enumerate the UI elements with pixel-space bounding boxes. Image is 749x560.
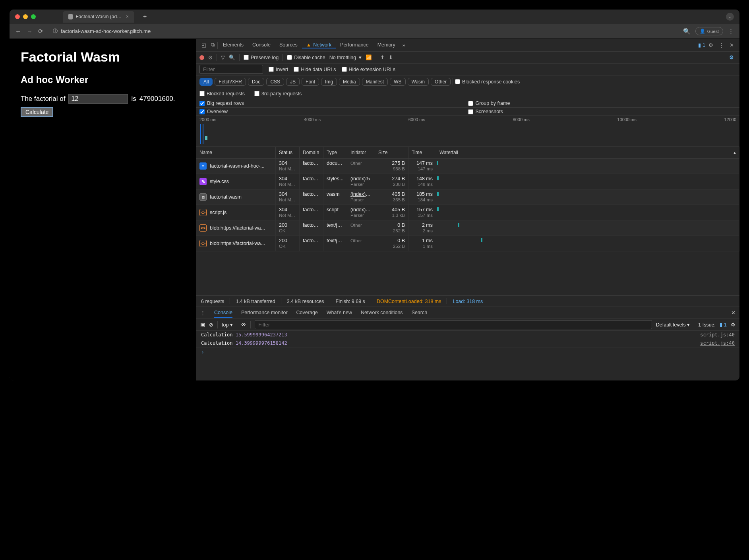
- profile-button[interactable]: 👤 Guest: [695, 27, 723, 35]
- context-dropdown[interactable]: top ▾: [222, 322, 233, 328]
- zoom-icon[interactable]: 🔍: [683, 28, 691, 35]
- record-button[interactable]: [199, 55, 204, 60]
- col-status[interactable]: Status: [276, 147, 300, 158]
- initiator-cell[interactable]: Other: [347, 236, 375, 251]
- network-row[interactable]: ✎style.css304Not M...factori...styles...…: [196, 174, 739, 189]
- back-icon[interactable]: ←: [15, 28, 21, 35]
- more-menu-icon[interactable]: ⋮: [716, 42, 726, 48]
- type-chip-ws[interactable]: WS: [390, 78, 405, 86]
- reload-icon[interactable]: ⟳: [38, 28, 43, 35]
- close-devtools-icon[interactable]: ✕: [727, 42, 736, 48]
- console-tab-search[interactable]: Search: [412, 310, 428, 316]
- settings-icon[interactable]: ⚙: [706, 42, 716, 48]
- devtools-tab-sources[interactable]: Sources: [275, 42, 302, 48]
- filter-toggle-icon[interactable]: ▽: [221, 54, 225, 60]
- close-drawer-icon[interactable]: ✕: [731, 310, 735, 316]
- more-tabs-icon[interactable]: »: [401, 42, 407, 48]
- maximize-window-button[interactable]: [31, 14, 36, 19]
- timeline-overview[interactable]: 2000 ms4000 ms6000 ms8000 ms10000 ms1200…: [196, 116, 739, 147]
- clear-icon[interactable]: ⊘: [208, 54, 213, 60]
- forward-icon[interactable]: →: [27, 28, 33, 35]
- calculate-button[interactable]: Calculate: [21, 107, 53, 117]
- console-issue-badge[interactable]: ▮ 1: [720, 322, 727, 328]
- network-conditions-icon[interactable]: 📶: [366, 54, 372, 60]
- col-time[interactable]: Time: [408, 147, 436, 158]
- type-chip-css[interactable]: CSS: [266, 78, 284, 86]
- network-row[interactable]: <>blob:https://factorial-wa...200OKfacto…: [196, 220, 739, 236]
- blocked-cookies-checkbox[interactable]: Blocked response cookies: [455, 79, 520, 85]
- log-source-link[interactable]: script.js:40: [700, 332, 735, 338]
- menu-icon[interactable]: ⋮: [728, 28, 734, 35]
- device-toolbar-icon[interactable]: ⧉: [209, 42, 217, 48]
- console-prompt[interactable]: ›: [196, 348, 739, 357]
- preserve-log-checkbox[interactable]: Preserve log: [244, 55, 279, 60]
- col-initiator[interactable]: Initiator: [347, 147, 375, 158]
- disable-cache-checkbox[interactable]: Disable cache: [287, 55, 325, 60]
- network-row[interactable]: <>script.js304Not M...factori...script(i…: [196, 205, 739, 220]
- initiator-cell[interactable]: (index):10Parser: [347, 189, 375, 205]
- initiator-cell[interactable]: (index):14Parser: [347, 205, 375, 220]
- col-size[interactable]: Size: [375, 147, 408, 158]
- live-expression-icon[interactable]: 👁: [241, 322, 246, 328]
- network-row[interactable]: <>blob:https://factorial-wa...200OKfacto…: [196, 236, 739, 251]
- console-filter-input[interactable]: [255, 320, 652, 329]
- network-row[interactable]: ⧈factorial.wasm304Not M...factori...wasm…: [196, 189, 739, 205]
- filter-check-hide-data-urls[interactable]: Hide data URLs: [294, 67, 336, 72]
- search-icon[interactable]: 🔍: [229, 54, 235, 60]
- big-rows-checkbox[interactable]: [199, 101, 205, 106]
- overview-checkbox[interactable]: [199, 109, 205, 114]
- console-settings-icon[interactable]: ⚙: [731, 322, 735, 328]
- type-chip-img[interactable]: Img: [321, 78, 337, 86]
- type-chip-wasm[interactable]: Wasm: [408, 78, 429, 86]
- factorial-input[interactable]: [68, 94, 128, 104]
- console-log-line[interactable]: Calculation 14.399999976158142script.js:…: [196, 339, 739, 348]
- type-chip-font[interactable]: Font: [302, 78, 319, 86]
- filter-check-invert[interactable]: Invert: [269, 67, 288, 72]
- type-chip-all[interactable]: All: [199, 78, 213, 86]
- filter-check-hide-extension-urls[interactable]: Hide extension URLs: [342, 67, 395, 72]
- col-domain[interactable]: Domain: [300, 147, 323, 158]
- type-chip-media[interactable]: Media: [339, 78, 360, 86]
- close-window-button[interactable]: [15, 14, 20, 19]
- log-source-link[interactable]: script.js:40: [700, 340, 735, 346]
- initiator-cell[interactable]: Other: [347, 220, 375, 236]
- console-log-line[interactable]: Calculation 15.599999964237213script.js:…: [196, 331, 739, 339]
- network-table-header[interactable]: NameStatusDomainTypeInitiatorSizeTimeWat…: [196, 147, 739, 158]
- console-tab-what's-new[interactable]: What's new: [327, 310, 352, 316]
- devtools-tab-memory[interactable]: Memory: [373, 42, 400, 48]
- issues-badge[interactable]: ▮ 1: [698, 42, 705, 48]
- devtools-tab-elements[interactable]: Elements: [219, 42, 248, 48]
- console-tab-network-conditions[interactable]: Network conditions: [361, 310, 403, 316]
- new-tab-button[interactable]: +: [137, 13, 152, 20]
- network-row[interactable]: ≡factorial-wasm-ad-hoc-...304Not M...fac…: [196, 158, 739, 174]
- upload-icon[interactable]: ⬆: [380, 54, 385, 60]
- sidebar-toggle-icon[interactable]: ▣: [200, 322, 205, 328]
- type-chip-js[interactable]: JS: [286, 78, 300, 86]
- devtools-tab-console[interactable]: Console: [248, 42, 275, 48]
- initiator-cell[interactable]: Other: [347, 158, 375, 174]
- throttling-dropdown[interactable]: No throttling ▾: [329, 54, 362, 60]
- network-settings-icon[interactable]: ⚙: [727, 54, 736, 60]
- type-chip-fetchxhr[interactable]: Fetch/XHR: [215, 78, 246, 86]
- col-waterfall[interactable]: Waterfall▴: [436, 147, 739, 158]
- console-tab-console[interactable]: Console: [214, 310, 232, 318]
- group-frame-checkbox[interactable]: [468, 101, 473, 106]
- url-bar[interactable]: ⓘ factorial-wasm-ad-hoc-worker.glitch.me: [49, 28, 677, 35]
- devtools-tab-network[interactable]: ▲Network: [302, 42, 336, 48]
- type-chip-other[interactable]: Other: [431, 78, 451, 86]
- network-filter-input[interactable]: [199, 65, 263, 74]
- devtools-tab-performance[interactable]: Performance: [336, 42, 373, 48]
- close-tab-icon[interactable]: ×: [126, 14, 129, 19]
- download-icon[interactable]: ⬇: [389, 54, 393, 60]
- levels-dropdown[interactable]: Default levels ▾: [656, 322, 690, 328]
- collapse-button-icon[interactable]: ⌄: [726, 13, 734, 21]
- initiator-cell[interactable]: (index):5Parser: [347, 174, 375, 189]
- screenshots-checkbox[interactable]: [468, 109, 473, 114]
- minimize-window-button[interactable]: [23, 14, 28, 19]
- check-3rd-party-requests[interactable]: 3rd-party requests: [254, 91, 302, 97]
- type-chip-doc[interactable]: Doc: [248, 78, 264, 86]
- site-info-icon[interactable]: ⓘ: [53, 28, 58, 35]
- console-tab-coverage[interactable]: Coverage: [296, 310, 318, 316]
- type-chip-manifest[interactable]: Manifest: [362, 78, 388, 86]
- col-name[interactable]: Name: [196, 147, 276, 158]
